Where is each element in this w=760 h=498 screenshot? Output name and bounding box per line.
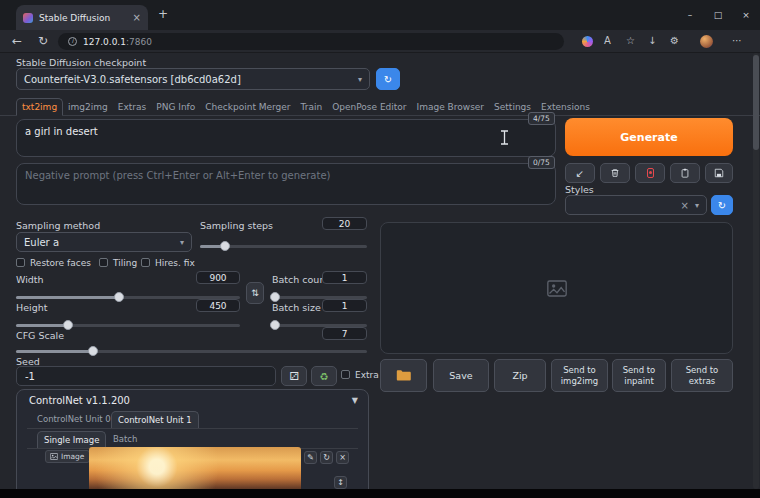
checkpoint-refresh-button[interactable]: ↻ bbox=[376, 68, 400, 90]
height-value[interactable]: 450 bbox=[196, 299, 240, 312]
send-to-inpaint-button[interactable]: Send toinpaint bbox=[612, 359, 666, 392]
width-value[interactable]: 900 bbox=[196, 271, 240, 284]
copilot-icon[interactable] bbox=[582, 36, 593, 47]
read-aloud-icon[interactable]: A bbox=[604, 35, 611, 46]
swap-dimensions-button[interactable]: ⇅ bbox=[246, 282, 264, 304]
dice-icon: ⚂ bbox=[289, 370, 299, 383]
styles-refresh-button[interactable]: ↻ bbox=[711, 195, 733, 215]
tab-png-info[interactable]: PNG Info bbox=[151, 99, 200, 115]
page-scrollbar[interactable] bbox=[753, 53, 759, 489]
trash-icon bbox=[610, 168, 620, 178]
checkpoint-dropdown[interactable]: Counterfeit-V3.0.safetensors [db6cd0a62d… bbox=[16, 68, 370, 90]
extra-seed-label: Extra bbox=[355, 370, 379, 380]
sampling-method-label: Sampling method bbox=[16, 220, 100, 231]
mouse-cursor bbox=[500, 130, 509, 145]
tiling-checkbox[interactable]: Tiling bbox=[99, 258, 137, 268]
scrollbar-thumb[interactable] bbox=[753, 55, 759, 150]
tab-extras[interactable]: Extras bbox=[113, 99, 151, 115]
address-bar[interactable]: i 127.0.0.1:7860 bbox=[58, 33, 564, 50]
output-gallery bbox=[380, 222, 733, 354]
tab-txt2img[interactable]: txt2img bbox=[16, 98, 63, 116]
zip-label: Zip bbox=[512, 370, 527, 381]
paste-icon: ↙ bbox=[576, 168, 584, 179]
negative-prompt-input[interactable] bbox=[16, 163, 556, 205]
more-menu-icon[interactable]: ⋯ bbox=[732, 35, 742, 46]
minimize-button[interactable]: – bbox=[676, 0, 704, 30]
batch-size-value[interactable]: 1 bbox=[322, 299, 367, 312]
chevron-down-icon: ▾ bbox=[358, 75, 362, 84]
seed-input[interactable] bbox=[16, 366, 276, 386]
site-info-icon[interactable]: i bbox=[68, 37, 77, 46]
window-bottom-edge bbox=[0, 489, 760, 498]
restore-faces-checkbox[interactable]: Restore faces bbox=[16, 258, 91, 268]
sampling-method-dropdown[interactable]: Euler a ▾ bbox=[16, 232, 192, 252]
favicon bbox=[23, 13, 33, 23]
height-label: Height bbox=[16, 302, 47, 313]
undo-image-button[interactable]: ↻ bbox=[320, 451, 333, 464]
maximize-button[interactable]: □ bbox=[704, 0, 732, 30]
controlnet-unit1-tab[interactable]: ControlNet Unit 1 bbox=[111, 411, 199, 429]
reuse-seed-button[interactable]: ♻ bbox=[311, 366, 337, 386]
restore-faces-label: Restore faces bbox=[30, 258, 91, 268]
reload-icon[interactable]: ↻ bbox=[38, 33, 48, 49]
save-button[interactable]: Save bbox=[433, 359, 489, 392]
styles-label: Styles bbox=[565, 184, 594, 195]
cfg-scale-value[interactable]: 7 bbox=[322, 327, 367, 340]
generate-button[interactable]: Generate bbox=[565, 118, 733, 156]
clear-prompt-button[interactable] bbox=[600, 163, 630, 183]
paste-params-button[interactable]: ↙ bbox=[565, 163, 595, 183]
profile-avatar[interactable] bbox=[700, 35, 713, 48]
tab-image-browser[interactable]: Image Browser bbox=[412, 99, 490, 115]
refresh-icon: ↻ bbox=[718, 200, 726, 211]
tab-train[interactable]: Train bbox=[296, 99, 328, 115]
checkbox-icon bbox=[16, 258, 25, 267]
apply-style-button[interactable] bbox=[670, 163, 700, 183]
checkbox-icon bbox=[341, 370, 350, 379]
send-to-extras-button[interactable]: Send toextras bbox=[671, 359, 733, 392]
settings-icon[interactable]: ⚙ bbox=[670, 35, 679, 46]
chevron-down-icon: ▾ bbox=[180, 238, 184, 247]
styles-dropdown[interactable]: × ▾ bbox=[565, 195, 707, 215]
save-style-button[interactable] bbox=[705, 163, 733, 183]
image-chip-icon bbox=[50, 453, 58, 460]
sampling-steps-value[interactable]: 20 bbox=[322, 217, 367, 230]
tab-checkpoint-merger[interactable]: Checkpoint Merger bbox=[200, 99, 295, 115]
open-folder-button[interactable] bbox=[380, 359, 427, 392]
floppy-icon bbox=[714, 168, 724, 178]
accordion-arrow-icon[interactable]: ▼ bbox=[352, 396, 358, 405]
tab-openpose-editor[interactable]: OpenPose Editor bbox=[327, 99, 411, 115]
new-tab-button[interactable]: + bbox=[158, 7, 168, 21]
page-tabbar: txt2img img2img Extras PNG Info Checkpoi… bbox=[0, 96, 760, 116]
hires-fix-checkbox[interactable]: Hires. fix bbox=[141, 258, 195, 268]
controlnet-unit0-tab[interactable]: ControlNet Unit 0 bbox=[31, 411, 117, 427]
back-icon[interactable]: ← bbox=[12, 33, 22, 49]
sampling-steps-slider[interactable] bbox=[200, 240, 367, 252]
prompt-input[interactable]: a girl in desert bbox=[16, 119, 556, 157]
send-to-img2img-button[interactable]: Send toimg2img bbox=[551, 359, 608, 392]
clear-styles-icon[interactable]: × bbox=[681, 200, 689, 211]
tab-img2img[interactable]: img2img bbox=[63, 99, 113, 115]
zip-button[interactable]: Zip bbox=[494, 359, 546, 392]
close-button[interactable]: × bbox=[732, 0, 760, 30]
send-label-line2: inpaint bbox=[624, 376, 653, 387]
cfg-scale-slider[interactable] bbox=[16, 345, 367, 357]
folder-icon bbox=[396, 369, 412, 382]
downloads-icon[interactable]: ↓ bbox=[648, 35, 656, 46]
extra-networks-button[interactable] bbox=[635, 163, 665, 183]
controlnet-title[interactable]: ControlNet v1.1.200 bbox=[29, 395, 130, 406]
random-seed-button[interactable]: ⚂ bbox=[281, 366, 307, 386]
extra-seed-checkbox[interactable]: Extra bbox=[341, 370, 379, 380]
resize-preview-button[interactable]: ↕ bbox=[334, 476, 347, 489]
url-port: :7860 bbox=[126, 37, 152, 47]
edit-image-button[interactable]: ✎ bbox=[304, 451, 317, 464]
close-icon: × bbox=[339, 453, 346, 462]
undo-icon: ↻ bbox=[323, 453, 330, 462]
clear-image-button[interactable]: × bbox=[336, 451, 349, 464]
tab-close-icon[interactable]: × bbox=[133, 12, 141, 23]
url-host: 127.0.0.1 bbox=[83, 37, 126, 47]
favorites-icon[interactable]: ☆ bbox=[626, 35, 635, 46]
batch-tab[interactable]: Batch bbox=[107, 431, 143, 447]
batch-count-value[interactable]: 1 bbox=[322, 271, 367, 284]
browser-tab[interactable]: Stable Diffusion × bbox=[16, 5, 148, 30]
checkpoint-label: Stable Diffusion checkpoint bbox=[16, 57, 146, 68]
